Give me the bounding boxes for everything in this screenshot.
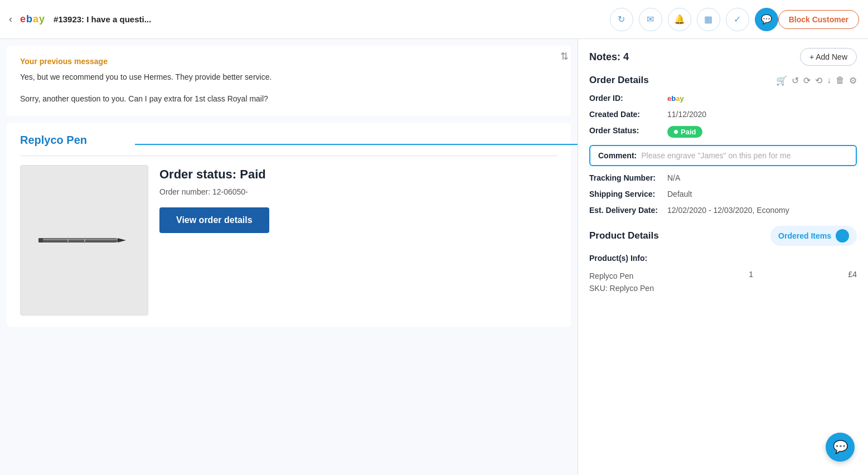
chat-fab[interactable]: 💬	[826, 433, 855, 462]
previous-message-label: Your previous message	[20, 57, 557, 66]
ebay-logo: ebay	[20, 13, 45, 25]
order-status-title: Order status: Paid	[159, 167, 557, 182]
created-date-label: Created Date:	[589, 110, 667, 119]
svg-rect-3	[38, 238, 43, 243]
product-qty: 1	[749, 270, 753, 279]
ebay-logo-order: ebay	[667, 94, 684, 103]
product-name-sku: Replyco Pen SKU: Replyco Pen	[589, 270, 654, 295]
notes-header: Notes: 4 + Add New	[589, 48, 857, 66]
product-title-line	[135, 144, 578, 145]
notes-title: Notes: 4	[589, 51, 629, 63]
main-layout: ⇅ Your previous message Yes, but we reco…	[0, 39, 868, 475]
ordered-items-button[interactable]: Ordered Items	[770, 226, 857, 246]
svg-rect-5	[84, 238, 85, 243]
order-id-value: ebay	[667, 94, 684, 103]
products-info-label: Product(s) Info:	[589, 254, 667, 263]
order-status-label: Order Status:	[589, 126, 667, 135]
message-text-2: Sorry, another question to you. Can I pa…	[20, 93, 557, 105]
tracking-label: Tracking Number:	[589, 173, 667, 182]
ticket-title: #13923: I have a questi...	[54, 14, 151, 24]
trash-icon[interactable]: 🗑	[836, 75, 845, 85]
product-name: Replyco Pen	[589, 270, 654, 282]
pen-svg	[34, 232, 134, 249]
comment-field[interactable]: Comment: Please engrave "James" on this …	[589, 145, 857, 166]
sync-icon[interactable]: ⟲	[815, 75, 822, 86]
cart-icon[interactable]: 🛒	[776, 75, 787, 86]
delivery-value: 12/02/2020 - 12/03/2020, Economy	[667, 206, 789, 215]
paid-label: Paid	[681, 128, 696, 136]
download-icon[interactable]: ↓	[827, 75, 831, 85]
archive-button[interactable]: ▦	[697, 8, 720, 31]
order-status-row: Order Status: Paid	[589, 126, 857, 138]
order-details-icons: 🛒 ↺ ⟳ ⟲ ↓ 🗑 ⚙	[776, 75, 857, 86]
bell-button[interactable]: 🔔	[668, 8, 691, 31]
sort-icon[interactable]: ⇅	[560, 50, 569, 62]
right-panel: Notes: 4 + Add New Order Details 🛒 ↺ ⟳ ⟲…	[578, 39, 868, 475]
product-details-header: Product Details Ordered Items	[589, 226, 857, 246]
order-details-section: Order Details 🛒 ↺ ⟳ ⟲ ↓ 🗑 ⚙ Order ID: eb…	[589, 75, 857, 215]
product-details-title: Product Details	[589, 230, 659, 241]
comment-row: Comment: Please engrave "James" on this …	[589, 145, 857, 166]
svg-rect-4	[67, 238, 69, 243]
block-customer-button[interactable]: Block Customer	[778, 10, 859, 29]
product-title: Replyco Pen	[20, 134, 557, 147]
view-order-button[interactable]: View order details	[159, 207, 269, 233]
check-button[interactable]: ✓	[726, 8, 749, 31]
comment-label: Comment:	[598, 151, 637, 160]
refresh-button[interactable]: ↻	[610, 8, 633, 31]
message-text-1: Yes, but we recommend you to use Hermes.…	[20, 71, 557, 83]
chat-button[interactable]: 💬	[755, 8, 778, 31]
back-button[interactable]: ‹	[9, 13, 12, 25]
product-image	[20, 165, 148, 316]
product-info: Order status: Paid Order number: 12-0605…	[159, 165, 557, 233]
order-details-title: Order Details	[589, 75, 649, 86]
comment-placeholder: Please engrave "James" on this pen for m…	[641, 151, 791, 160]
shipping-row: Shipping Service: Default	[589, 190, 857, 198]
ordered-toggle	[836, 229, 849, 243]
delivery-label: Est. Delivery Date:	[589, 206, 667, 215]
header-left: ‹ ebay #13923: I have a questi...	[9, 13, 610, 25]
created-date-value: 11/12/2020	[667, 110, 706, 119]
rotate-icon[interactable]: ⟳	[803, 75, 811, 86]
svg-rect-1	[40, 239, 118, 240]
order-details-header: Order Details 🛒 ↺ ⟳ ⟲ ↓ 🗑 ⚙	[589, 75, 857, 86]
shipping-label: Shipping Service:	[589, 190, 667, 198]
tracking-value: N/A	[667, 173, 680, 182]
product-price: £4	[848, 270, 857, 279]
ordered-items-label: Ordered Items	[778, 231, 831, 240]
order-id-row: Order ID: ebay	[589, 94, 857, 103]
product-sku: SKU: Replyco Pen	[589, 282, 654, 294]
product-divider	[20, 156, 557, 156]
header: ‹ ebay #13923: I have a questi... ↻ ✉ 🔔 …	[0, 0, 868, 39]
product-content: Order status: Paid Order number: 12-0605…	[20, 165, 557, 316]
product-section: Replyco Pen Order status: Paid	[7, 123, 571, 327]
refresh2-icon[interactable]: ↺	[792, 75, 799, 86]
header-toolbar: ↻ ✉ 🔔 ▦ ✓ 💬	[610, 8, 778, 31]
settings-icon[interactable]: ⚙	[849, 75, 857, 86]
svg-marker-2	[118, 238, 126, 243]
tracking-row: Tracking Number: N/A	[589, 173, 857, 182]
products-info-row: Product(s) Info:	[589, 254, 857, 263]
product-item-row: Replyco Pen SKU: Replyco Pen 1 £4	[589, 270, 857, 295]
product-details-section: Product Details Ordered Items Product(s)…	[589, 226, 857, 295]
created-date-row: Created Date: 11/12/2020	[589, 110, 857, 119]
paid-dot	[674, 130, 678, 134]
order-number: Order number: 12-06050-	[159, 187, 557, 196]
order-id-label: Order ID:	[589, 94, 667, 103]
left-panel: ⇅ Your previous message Yes, but we reco…	[0, 39, 578, 475]
message-section: Your previous message Yes, but we recomm…	[7, 46, 571, 116]
delivery-row: Est. Delivery Date: 12/02/2020 - 12/03/2…	[589, 206, 857, 215]
paid-badge: Paid	[667, 126, 702, 138]
mail-button[interactable]: ✉	[639, 8, 662, 31]
add-new-button[interactable]: + Add New	[800, 48, 857, 66]
shipping-value: Default	[667, 190, 692, 198]
